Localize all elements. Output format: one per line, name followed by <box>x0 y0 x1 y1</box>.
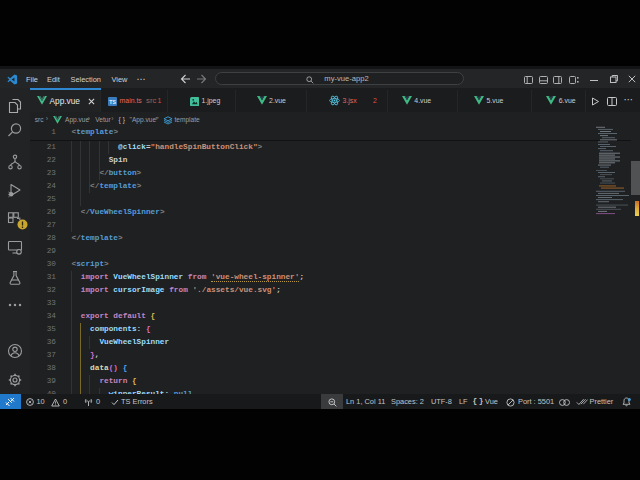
svg-text:TS: TS <box>109 99 116 105</box>
